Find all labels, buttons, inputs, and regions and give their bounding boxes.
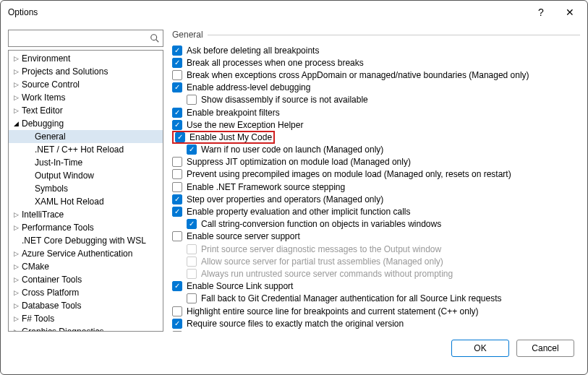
option-label: Enable breakpoint filters <box>187 108 280 118</box>
footer: OK Cancel <box>1 335 587 362</box>
chevron-right-icon[interactable]: ▷ <box>12 302 20 309</box>
search-input[interactable] <box>9 30 147 46</box>
checkbox[interactable] <box>172 207 182 217</box>
option-row: Highlight entire source line for breakpo… <box>172 305 580 317</box>
tree-item[interactable]: ▷Text Editor <box>9 104 163 117</box>
option-row: Break when exceptions cross AppDomain or… <box>172 69 580 81</box>
close-button[interactable]: ✕ <box>555 1 584 24</box>
option-label: Fall back to Git Credential Manager auth… <box>201 293 502 303</box>
tree-item[interactable]: ▷Environment <box>9 52 163 65</box>
chevron-right-icon[interactable]: ▷ <box>12 55 20 62</box>
checkbox[interactable] <box>187 293 197 303</box>
tree-item-label: Cross Platform <box>20 288 79 298</box>
tree-item[interactable]: ◢Debugging <box>9 117 163 130</box>
chevron-right-icon[interactable]: ▷ <box>12 263 20 270</box>
checkbox[interactable] <box>172 306 182 316</box>
checkbox[interactable] <box>172 82 182 92</box>
tree-item[interactable]: ▷Projects and Solutions <box>9 65 163 78</box>
tree-item[interactable]: ▷Database Tools <box>9 299 163 312</box>
chevron-right-icon[interactable]: ▷ <box>12 276 20 283</box>
chevron-right-icon[interactable]: ▷ <box>12 289 20 296</box>
option-row: Prevent using precompiled images on modu… <box>172 168 580 181</box>
tree-item[interactable]: ▷CMake <box>9 260 163 273</box>
tree-item[interactable]: ▷Source Control <box>9 78 163 91</box>
options-list[interactable]: Ask before deleting all breakpointsBreak… <box>172 44 580 332</box>
checkbox[interactable] <box>172 157 182 167</box>
chevron-right-icon[interactable]: ▷ <box>12 68 20 75</box>
checkbox[interactable] <box>172 70 182 80</box>
option-label: Allow source server for partial trust as… <box>201 257 443 267</box>
search-icon[interactable] <box>147 33 163 43</box>
tree-item[interactable]: ▷Cross Platform <box>9 286 163 299</box>
tree-item[interactable]: ▷IntelliTrace <box>9 208 163 221</box>
option-row: Enable .NET Framework source stepping <box>172 181 580 193</box>
tree-item-label: IntelliTrace <box>20 210 64 220</box>
search-input-wrap <box>8 30 163 47</box>
cancel-button[interactable]: Cancel <box>516 340 574 357</box>
checkbox[interactable] <box>172 58 182 68</box>
tree-item[interactable]: ▷Performance Tools <box>9 221 163 234</box>
checkbox[interactable] <box>187 219 197 229</box>
help-button[interactable]: ? <box>527 1 555 24</box>
option-row: Enable property evaluation and other imp… <box>172 205 580 217</box>
chevron-right-icon[interactable]: ▷ <box>12 250 20 257</box>
option-label: Enable source server support <box>187 231 300 241</box>
tree-item-label: .NET / C++ Hot Reload <box>35 145 124 155</box>
tree-item-label: Graphics Diagnostics <box>20 327 103 332</box>
svg-line-1 <box>156 40 159 43</box>
section-header: General <box>172 30 580 40</box>
checkbox[interactable] <box>172 331 182 332</box>
checkbox[interactable] <box>172 46 182 56</box>
checkbox[interactable] <box>172 120 182 130</box>
tree-item[interactable]: Symbols <box>9 182 163 195</box>
chevron-right-icon[interactable]: ▷ <box>12 107 20 114</box>
ok-button[interactable]: OK <box>451 340 509 357</box>
tree-item-label: .NET Core Debugging with WSL <box>20 236 146 246</box>
checkbox[interactable] <box>172 108 182 118</box>
chevron-right-icon[interactable]: ▷ <box>12 94 20 101</box>
checkbox[interactable] <box>172 231 182 241</box>
option-label: Break when exceptions cross AppDomain or… <box>187 70 529 80</box>
tree-item[interactable]: XAML Hot Reload <box>9 195 163 208</box>
option-row: Always run untrusted source server comma… <box>172 267 580 280</box>
checkbox[interactable] <box>175 132 185 142</box>
checkbox[interactable] <box>172 182 182 192</box>
chevron-down-icon[interactable]: ◢ <box>12 120 20 127</box>
checkbox[interactable] <box>172 169 182 179</box>
tree-item[interactable]: ▷F# Tools <box>9 312 163 325</box>
option-label: Break all processes when one process bre… <box>187 58 364 68</box>
tree-item[interactable]: .NET Core Debugging with WSL <box>9 234 163 247</box>
tree-item-label: Container Tools <box>20 275 82 285</box>
option-row: Break all processes when one process bre… <box>172 56 580 69</box>
tree-item[interactable]: ▷Graphics Diagnostics <box>9 325 163 332</box>
option-label: Warn if no user code on launch (Managed … <box>201 145 383 155</box>
checkbox[interactable] <box>172 194 182 204</box>
tree-item[interactable]: .NET / C++ Hot Reload <box>9 143 163 156</box>
tree-item[interactable]: Output Window <box>9 169 163 182</box>
chevron-right-icon[interactable]: ▷ <box>12 328 20 332</box>
option-row: Warn if no user code on launch (Managed … <box>172 144 580 156</box>
tree-item[interactable]: ▷Work Items <box>9 91 163 104</box>
tree-item[interactable]: Just-In-Time <box>9 156 163 169</box>
option-label: Suppress JIT optimization on module load… <box>187 157 411 167</box>
tree-item-label: Source Control <box>20 79 80 90</box>
checkbox[interactable] <box>172 281 182 291</box>
option-row: Allow source server for partial trust as… <box>172 255 580 267</box>
chevron-right-icon[interactable]: ▷ <box>12 81 20 88</box>
option-row: Use the new Exception Helper <box>172 118 580 131</box>
option-label: Enable .NET Framework source stepping <box>187 182 345 192</box>
chevron-right-icon[interactable]: ▷ <box>12 211 20 218</box>
checkbox[interactable] <box>172 319 182 329</box>
checkbox[interactable] <box>187 145 197 155</box>
checkbox[interactable] <box>187 95 197 105</box>
category-tree[interactable]: ▷Environment▷Projects and Solutions▷Sour… <box>8 50 163 332</box>
tree-item[interactable]: ▷Azure Service Authentication <box>9 247 163 260</box>
chevron-right-icon[interactable]: ▷ <box>12 315 20 322</box>
checkbox <box>187 244 197 254</box>
highlight-box: Enable Just My Code <box>172 131 275 144</box>
tree-item[interactable]: ▷Container Tools <box>9 273 163 286</box>
checkbox <box>187 257 197 267</box>
tree-item[interactable]: General <box>9 130 163 143</box>
svg-point-0 <box>151 35 157 40</box>
chevron-right-icon[interactable]: ▷ <box>12 224 20 231</box>
